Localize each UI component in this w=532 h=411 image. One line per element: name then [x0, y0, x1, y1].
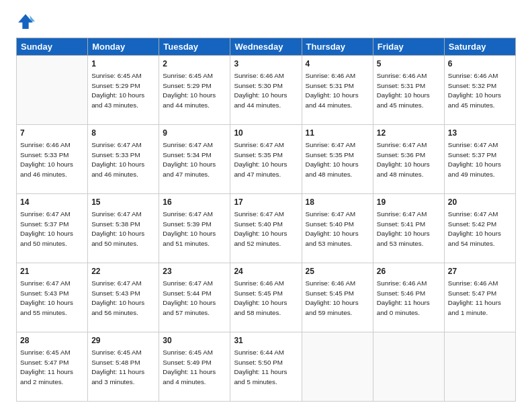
day-number: 24	[234, 266, 298, 277]
weekday-header-thursday: Thursday	[302, 38, 373, 56]
day-number: 4	[306, 58, 369, 70]
logo-icon	[16, 12, 35, 31]
day-number: 21	[20, 266, 84, 277]
weekday-header-wednesday: Wednesday	[230, 38, 302, 56]
weekday-header-tuesday: Tuesday	[159, 38, 230, 56]
calendar-cell: 3Sunrise: 6:46 AM Sunset: 5:30 PM Daylig…	[230, 56, 302, 125]
weekday-header-sunday: Sunday	[17, 38, 88, 56]
day-info: Sunrise: 6:47 AM Sunset: 5:44 PM Dayligh…	[163, 279, 216, 316]
calendar-cell: 26Sunrise: 6:46 AM Sunset: 5:46 PM Dayli…	[373, 263, 444, 332]
week-row-1: 7Sunrise: 6:46 AM Sunset: 5:33 PM Daylig…	[17, 125, 516, 194]
day-info: Sunrise: 6:47 AM Sunset: 5:35 PM Dayligh…	[234, 141, 287, 178]
day-info: Sunrise: 6:46 AM Sunset: 5:46 PM Dayligh…	[377, 279, 430, 316]
day-info: Sunrise: 6:44 AM Sunset: 5:50 PM Dayligh…	[234, 349, 287, 385]
calendar-cell	[17, 56, 88, 125]
week-row-4: 28Sunrise: 6:45 AM Sunset: 5:47 PM Dayli…	[17, 332, 516, 402]
day-number: 2	[163, 58, 226, 70]
calendar-cell: 30Sunrise: 6:45 AM Sunset: 5:49 PM Dayli…	[159, 332, 230, 402]
day-number: 18	[306, 197, 369, 208]
calendar-cell: 22Sunrise: 6:47 AM Sunset: 5:43 PM Dayli…	[88, 263, 159, 332]
day-number: 6	[448, 58, 512, 70]
day-info: Sunrise: 6:46 AM Sunset: 5:33 PM Dayligh…	[20, 141, 73, 178]
calendar-cell: 8Sunrise: 6:47 AM Sunset: 5:33 PM Daylig…	[88, 125, 159, 194]
day-number: 25	[306, 266, 369, 277]
day-number: 26	[377, 266, 441, 277]
calendar-cell: 25Sunrise: 6:46 AM Sunset: 5:45 PM Dayli…	[302, 263, 373, 332]
day-info: Sunrise: 6:47 AM Sunset: 5:38 PM Dayligh…	[91, 210, 144, 247]
calendar-cell: 1Sunrise: 6:45 AM Sunset: 5:29 PM Daylig…	[88, 56, 159, 125]
day-number: 17	[234, 197, 298, 208]
weekday-header-saturday: Saturday	[444, 38, 515, 56]
day-number: 1	[91, 58, 155, 70]
day-info: Sunrise: 6:47 AM Sunset: 5:40 PM Dayligh…	[234, 210, 287, 247]
day-info: Sunrise: 6:45 AM Sunset: 5:29 PM Dayligh…	[163, 72, 216, 109]
day-info: Sunrise: 6:46 AM Sunset: 5:45 PM Dayligh…	[306, 279, 359, 316]
day-info: Sunrise: 6:45 AM Sunset: 5:49 PM Dayligh…	[163, 349, 216, 385]
calendar-cell: 10Sunrise: 6:47 AM Sunset: 5:35 PM Dayli…	[230, 125, 302, 194]
day-info: Sunrise: 6:47 AM Sunset: 5:34 PM Dayligh…	[163, 141, 216, 178]
calendar-cell: 18Sunrise: 6:47 AM Sunset: 5:40 PM Dayli…	[302, 194, 373, 263]
calendar-cell: 15Sunrise: 6:47 AM Sunset: 5:38 PM Dayli…	[88, 194, 159, 263]
calendar-cell: 23Sunrise: 6:47 AM Sunset: 5:44 PM Dayli…	[159, 263, 230, 332]
day-info: Sunrise: 6:46 AM Sunset: 5:47 PM Dayligh…	[448, 279, 501, 316]
calendar-cell: 29Sunrise: 6:45 AM Sunset: 5:48 PM Dayli…	[88, 332, 159, 402]
day-info: Sunrise: 6:46 AM Sunset: 5:30 PM Dayligh…	[234, 72, 287, 109]
day-info: Sunrise: 6:45 AM Sunset: 5:29 PM Dayligh…	[91, 72, 144, 109]
weekday-header-monday: Monday	[88, 38, 159, 56]
calendar-cell: 24Sunrise: 6:46 AM Sunset: 5:45 PM Dayli…	[230, 263, 302, 332]
calendar-cell: 28Sunrise: 6:45 AM Sunset: 5:47 PM Dayli…	[17, 332, 88, 402]
day-info: Sunrise: 6:47 AM Sunset: 5:37 PM Dayligh…	[20, 210, 73, 247]
calendar-cell: 4Sunrise: 6:46 AM Sunset: 5:31 PM Daylig…	[302, 56, 373, 125]
day-number: 20	[448, 197, 512, 208]
calendar-cell: 27Sunrise: 6:46 AM Sunset: 5:47 PM Dayli…	[444, 263, 515, 332]
day-info: Sunrise: 6:47 AM Sunset: 5:35 PM Dayligh…	[306, 141, 359, 178]
day-number: 8	[91, 128, 155, 139]
weekday-header-row: SundayMondayTuesdayWednesdayThursdayFrid…	[17, 38, 516, 56]
day-info: Sunrise: 6:46 AM Sunset: 5:32 PM Dayligh…	[448, 72, 501, 109]
day-number: 30	[163, 335, 226, 347]
day-info: Sunrise: 6:47 AM Sunset: 5:43 PM Dayligh…	[91, 279, 144, 316]
logo	[16, 12, 38, 31]
day-info: Sunrise: 6:47 AM Sunset: 5:43 PM Dayligh…	[20, 279, 73, 316]
calendar-cell: 6Sunrise: 6:46 AM Sunset: 5:32 PM Daylig…	[444, 56, 515, 125]
day-number: 22	[91, 266, 155, 277]
day-number: 13	[448, 128, 512, 139]
day-info: Sunrise: 6:46 AM Sunset: 5:45 PM Dayligh…	[234, 279, 287, 316]
calendar-cell: 14Sunrise: 6:47 AM Sunset: 5:37 PM Dayli…	[17, 194, 88, 263]
calendar-cell: 2Sunrise: 6:45 AM Sunset: 5:29 PM Daylig…	[159, 56, 230, 125]
day-number: 29	[91, 335, 155, 347]
day-number: 12	[377, 128, 441, 139]
calendar-cell: 9Sunrise: 6:47 AM Sunset: 5:34 PM Daylig…	[159, 125, 230, 194]
day-number: 28	[20, 335, 84, 347]
day-info: Sunrise: 6:47 AM Sunset: 5:33 PM Dayligh…	[91, 141, 144, 178]
calendar-cell: 11Sunrise: 6:47 AM Sunset: 5:35 PM Dayli…	[302, 125, 373, 194]
day-info: Sunrise: 6:45 AM Sunset: 5:47 PM Dayligh…	[20, 349, 73, 385]
day-number: 16	[163, 197, 226, 208]
calendar-cell: 12Sunrise: 6:47 AM Sunset: 5:36 PM Dayli…	[373, 125, 444, 194]
calendar-table: SundayMondayTuesdayWednesdayThursdayFrid…	[16, 38, 516, 402]
day-number: 11	[306, 128, 369, 139]
day-number: 3	[234, 58, 298, 70]
day-number: 14	[20, 197, 84, 208]
day-number: 5	[377, 58, 441, 70]
day-number: 27	[448, 266, 512, 277]
day-info: Sunrise: 6:47 AM Sunset: 5:37 PM Dayligh…	[448, 141, 501, 178]
calendar-cell: 31Sunrise: 6:44 AM Sunset: 5:50 PM Dayli…	[230, 332, 302, 402]
day-number: 10	[234, 128, 298, 139]
day-number: 19	[377, 197, 441, 208]
day-info: Sunrise: 6:47 AM Sunset: 5:40 PM Dayligh…	[306, 210, 359, 247]
calendar-cell	[373, 332, 444, 402]
calendar-cell: 19Sunrise: 6:47 AM Sunset: 5:41 PM Dayli…	[373, 194, 444, 263]
day-number: 7	[20, 128, 84, 139]
week-row-3: 21Sunrise: 6:47 AM Sunset: 5:43 PM Dayli…	[17, 263, 516, 332]
day-info: Sunrise: 6:47 AM Sunset: 5:36 PM Dayligh…	[377, 141, 430, 178]
week-row-2: 14Sunrise: 6:47 AM Sunset: 5:37 PM Dayli…	[17, 194, 516, 263]
calendar-cell	[444, 332, 515, 402]
calendar-cell: 13Sunrise: 6:47 AM Sunset: 5:37 PM Dayli…	[444, 125, 515, 194]
day-number: 9	[163, 128, 226, 139]
day-info: Sunrise: 6:45 AM Sunset: 5:48 PM Dayligh…	[91, 349, 144, 385]
day-info: Sunrise: 6:47 AM Sunset: 5:42 PM Dayligh…	[448, 210, 501, 247]
day-info: Sunrise: 6:46 AM Sunset: 5:31 PM Dayligh…	[377, 72, 430, 109]
calendar-cell: 7Sunrise: 6:46 AM Sunset: 5:33 PM Daylig…	[17, 125, 88, 194]
calendar-cell: 5Sunrise: 6:46 AM Sunset: 5:31 PM Daylig…	[373, 56, 444, 125]
